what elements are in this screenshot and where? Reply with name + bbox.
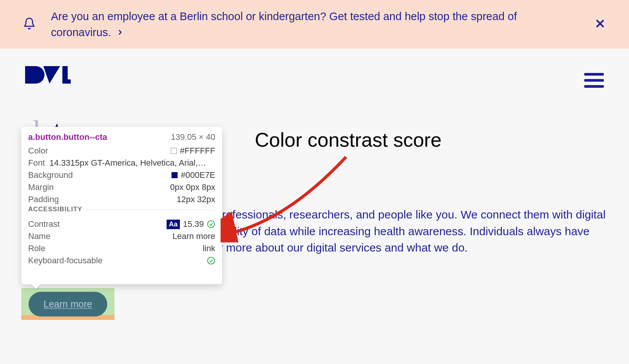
contrast-label: Contrast xyxy=(28,219,60,229)
font-value: 14.3315px GT-America, Helvetica, Arial,… xyxy=(49,158,215,168)
svg-rect-3 xyxy=(62,79,71,84)
contrast-value: 15.39 xyxy=(183,219,204,229)
padding-label: Padding xyxy=(28,195,59,204)
inspector-dimensions: 139.05 × 40 xyxy=(171,132,215,142)
role-label: Role xyxy=(28,244,45,253)
color-value: #FFFFFF xyxy=(180,146,215,156)
svg-point-5 xyxy=(208,257,214,264)
a11y-section-label: ACCESSIBILITY xyxy=(28,206,86,213)
inspector-selector: a.button.button--cta xyxy=(28,132,107,142)
hamburger-menu-icon[interactable] xyxy=(584,70,604,91)
name-value: Learn more xyxy=(172,231,215,241)
background-swatch-icon xyxy=(172,172,178,178)
cta-label: Learn more xyxy=(44,299,92,309)
background-value: #000E7E xyxy=(181,170,215,180)
bell-icon xyxy=(23,16,36,32)
aa-badge: Aa xyxy=(167,220,180,229)
learn-more-button[interactable]: Learn more xyxy=(29,292,108,317)
cta-highlight-box: Learn more xyxy=(21,288,114,320)
check-circle-icon xyxy=(207,256,215,265)
selector-classes: .button.button--cta xyxy=(33,132,107,142)
color-label: Color xyxy=(28,146,48,156)
kf-label: Keyboard-focusable xyxy=(28,256,103,266)
close-icon[interactable] xyxy=(594,17,606,31)
chevron-right-icon xyxy=(116,24,124,40)
svg-point-4 xyxy=(208,221,214,228)
name-label: Name xyxy=(28,231,51,241)
selector-tag: a xyxy=(28,132,33,142)
color-swatch-icon xyxy=(171,148,177,154)
banner-message[interactable]: Are you an employee at a Berlin school o… xyxy=(51,8,567,40)
font-label: Font xyxy=(28,158,45,168)
role-value: link xyxy=(203,244,215,253)
padding-value: 12px 32px xyxy=(176,195,215,204)
announcement-banner: Are you an employee at a Berlin school o… xyxy=(0,0,629,49)
background-label: Background xyxy=(28,170,73,180)
site-logo[interactable] xyxy=(25,64,71,89)
annotation-label: Color constrast score xyxy=(255,128,442,151)
check-circle-icon xyxy=(207,220,215,228)
devtools-inspector-tooltip: a.button.button--cta 139.05 × 40 Color #… xyxy=(21,127,222,284)
margin-label: Margin xyxy=(28,182,54,192)
margin-value: 0px 0px 8px xyxy=(170,182,215,192)
